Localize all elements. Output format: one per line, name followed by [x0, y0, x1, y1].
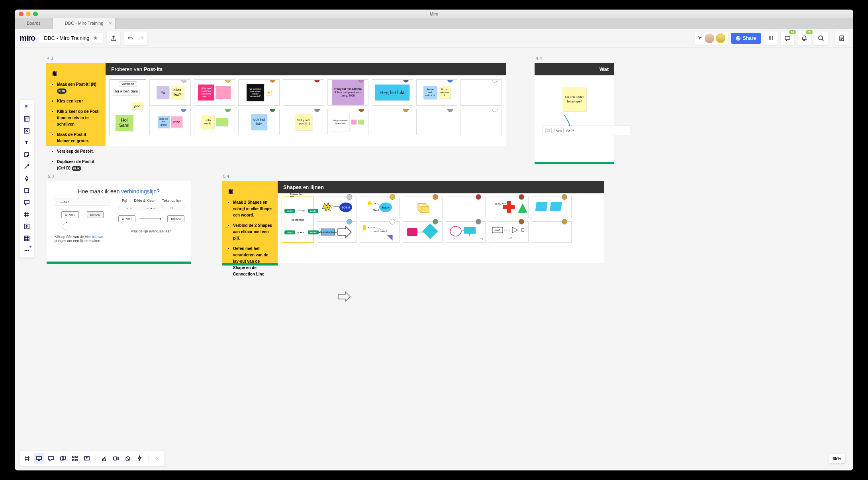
collaborators-pill[interactable] [695, 32, 728, 45]
postit-cell[interactable]: deze wil iets groterroze [149, 109, 191, 135]
postit-cell[interactable] [460, 79, 502, 106]
postit[interactable]: Hoi Sam! [116, 115, 133, 131]
miro-logo[interactable]: miro [20, 33, 35, 43]
vote-icon[interactable] [99, 453, 109, 464]
shape-cell[interactable]: HUH?! [489, 197, 529, 218]
maximize-window-button[interactable] [33, 12, 38, 16]
postit-cell[interactable]: Sticky note = post-it ;-) [283, 109, 324, 135]
arrow-shape[interactable] [337, 291, 351, 302]
close-tab-icon[interactable]: ✕ [109, 21, 112, 26]
notifications-button[interactable]: 35 [797, 31, 811, 45]
tab-boards[interactable]: Boards [15, 18, 53, 29]
search-button[interactable] [814, 31, 828, 45]
voorbeeld-cell[interactable]: Voorbeeld Probeer het zelf! Hoi ik ben S… [110, 79, 146, 135]
postit[interactable]: Hello world [201, 115, 214, 129]
pen-tool[interactable] [21, 173, 32, 184]
shape[interactable]: begin [284, 230, 295, 234]
postit[interactable]: En een ander lettertype! [562, 87, 586, 111]
notes-button[interactable] [835, 31, 848, 45]
postit-cell[interactable]: "Je kunt niets waarnemen zonder perspect… [238, 79, 280, 106]
einde-node[interactable]: EINDE [87, 211, 104, 218]
postit[interactable]: Hey, het lukt [375, 85, 410, 100]
redo-button[interactable] [138, 35, 144, 41]
timer-icon[interactable] [123, 453, 133, 464]
present-icon[interactable] [34, 453, 44, 464]
postit-cell[interactable]: Eerste taak volbrachtEn nu ook taak 2 [416, 79, 458, 106]
postit[interactable] [351, 120, 357, 124]
shape-cell[interactable]: van 1 naar 2 [360, 221, 400, 243]
shape-cell[interactable]: wat?LijnEXTRIMT [489, 221, 529, 243]
start-node[interactable]: START [118, 215, 135, 222]
postit[interactable]: Yo [157, 86, 169, 99]
tab-current-board[interactable]: DBC - Miro Training ✕ [53, 18, 116, 29]
postit[interactable]: roze [171, 116, 182, 128]
shape-cell[interactable]: ikBOEM [317, 197, 357, 218]
postit[interactable]: ⭐ [266, 90, 271, 95]
mini-toolbar[interactable]: ⬚ Auto Aa ≡ [543, 126, 630, 135]
postit-cell[interactable] [372, 109, 413, 135]
postit[interactable] [216, 118, 228, 126]
postit[interactable] [216, 86, 231, 99]
frame-tool[interactable] [21, 209, 32, 220]
board-title-pill[interactable]: DBC - Miro Training ★ [39, 33, 103, 43]
cursor-tool[interactable] [21, 101, 32, 112]
template-tool[interactable] [21, 113, 32, 124]
shape-cell[interactable] [403, 197, 443, 218]
shape-cell[interactable] [532, 197, 572, 218]
postit-cell[interactable]: Hey, het lukt [372, 79, 413, 106]
postit[interactable]: Hij is weg! maar toe kwam hij hier...? [198, 85, 214, 100]
postit[interactable]: Eerste taak volbracht [423, 86, 437, 99]
postit-cell[interactable]: Vraag het niet aan mij, ik ben met pensi… [327, 79, 369, 106]
avatar-user-1[interactable] [705, 33, 714, 43]
upload-tool[interactable] [21, 221, 32, 232]
shape-tool[interactable] [21, 185, 32, 196]
table-tool[interactable] [21, 233, 32, 244]
postit-cell[interactable] [416, 109, 458, 135]
voorbeeld-cell[interactable]: Voorbeeld Probeer het zelf! begin einde … [282, 197, 313, 243]
more-tools[interactable] [21, 245, 32, 256]
postit-cell[interactable] [460, 109, 502, 135]
postit[interactable]: Sticky note = post-it ;-) [295, 114, 312, 130]
comments-button[interactable]: 14 [781, 31, 794, 45]
sticky-tool[interactable] [21, 149, 32, 160]
video-icon[interactable] [111, 453, 121, 464]
shape-cell[interactable]: nog een pijl [446, 221, 486, 243]
share-button[interactable]: Share [731, 33, 761, 44]
cards-icon[interactable] [58, 453, 68, 464]
postit[interactable]: Alles flex? [171, 86, 184, 99]
collapse-icon[interactable] [152, 453, 162, 464]
einde-node[interactable]: EINDE [167, 215, 184, 222]
avatar-user-2[interactable] [716, 33, 725, 43]
postit[interactable]: Vraag het niet aan mij, ik ben met pensi… [332, 79, 364, 106]
star-icon[interactable]: ★ [93, 35, 98, 41]
postit[interactable]: En nu ook taak 2 [439, 87, 451, 98]
canvas[interactable]: 4.3 Maak een Post-it! (N) KLIK Kies een … [15, 48, 853, 470]
postit[interactable]: diagnoseteam Apenhuert [332, 113, 349, 131]
reactions-icon[interactable] [70, 453, 80, 464]
shape-cell[interactable] [403, 221, 443, 243]
frame-5-4[interactable]: 5.4 Maak 2 Shapes en schrijf in elke Sha… [222, 181, 604, 263]
postit-cell[interactable]: YoAlles flex? [149, 79, 191, 106]
stamp-tool[interactable] [21, 125, 32, 136]
postit-cell[interactable]: diagnoseteam Apenhuert [327, 109, 369, 135]
postit[interactable]: Hoi ik ben Sam [112, 88, 139, 95]
postit-cell[interactable]: Hello world [194, 109, 235, 135]
undo-button[interactable] [127, 35, 134, 41]
start-node[interactable]: START [61, 211, 78, 218]
postit[interactable]: geel [131, 102, 143, 109]
postit[interactable]: deze wil iets groter [158, 116, 170, 128]
shape-cell[interactable] [532, 221, 572, 243]
shape-cell[interactable] [446, 197, 486, 218]
screen-share-icon[interactable] [82, 453, 92, 464]
frames-icon[interactable] [22, 453, 32, 464]
settings-button[interactable] [764, 31, 778, 45]
chat-icon[interactable] [46, 453, 56, 464]
frame-4-3[interactable]: 4.3 Maak een Post-it! (N) KLIK Kies een … [46, 63, 506, 146]
postit[interactable]: leuk het lukt [251, 114, 267, 130]
shape-cell[interactable]: b.keuzetekst shapes [317, 221, 357, 243]
postit-cell[interactable]: leuk het lukt [238, 109, 280, 135]
shape-cell[interactable]: BlauwGeel [360, 197, 400, 218]
postit[interactable]: "Je kunt niets waarnemen zonder perspect… [247, 84, 264, 101]
text-tool[interactable] [21, 137, 32, 148]
zoom-level[interactable]: 65% [829, 454, 845, 463]
